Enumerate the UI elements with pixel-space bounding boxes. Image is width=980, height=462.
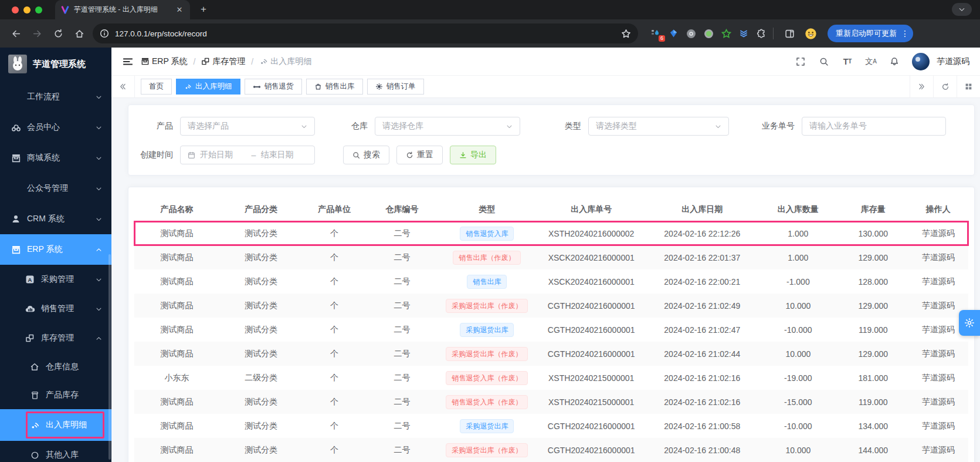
date-range-picker[interactable]: 开始日期 – 结束日期 xyxy=(180,146,315,164)
extensions-puzzle-icon[interactable] xyxy=(755,28,767,39)
user-name[interactable]: 芋道源码 xyxy=(937,56,969,67)
cell-order-no: XSCK20240216000001 xyxy=(536,269,646,294)
cell-date: 2024-02-16 21:02:16 xyxy=(646,390,758,414)
browser-toolbar: 127.0.0.1/erp/stock/record 6 xyxy=(0,19,980,48)
type-select[interactable]: 请选择类型 xyxy=(588,117,729,136)
sidebar-item-product-stock[interactable]: 产品库存 xyxy=(0,381,111,409)
browser-tab[interactable]: 芋道管理系统 - 出入库明细 ✕ xyxy=(55,0,190,19)
export-button[interactable]: 导出 xyxy=(450,146,496,164)
extension-chevrons-icon[interactable] xyxy=(738,28,750,39)
window-minimize-button[interactable] xyxy=(23,6,30,14)
sidebar-item-mp-admin[interactable]: 公众号管理 xyxy=(0,173,111,204)
extension-dark-circle-icon[interactable] xyxy=(685,28,697,39)
table-row[interactable]: 测试商品 测试分类 个 二号 销售退货入库 XSTH20240216000002… xyxy=(134,221,968,245)
sidebar-item-warehouse-info[interactable]: 仓库信息 xyxy=(0,353,111,381)
table-row[interactable]: 测试商品 测试分类 个 二号 采购退货出库（作废） CGTH2024021600… xyxy=(134,342,968,366)
cell-warehouse: 二号 xyxy=(366,366,438,390)
reload-button[interactable] xyxy=(48,23,68,43)
breadcrumb-item-stock[interactable]: 库存管理 xyxy=(201,56,245,67)
fullscreen-icon[interactable] xyxy=(795,56,806,68)
cell-order-no: CGTH20240216000001 xyxy=(536,342,646,366)
tag-sale-return[interactable]: 销售退货 xyxy=(245,79,302,95)
product-stock-icon xyxy=(29,390,40,400)
tag-sale-order[interactable]: 销售订单 xyxy=(367,79,424,95)
side-panel-icon[interactable] xyxy=(779,23,799,43)
reset-button[interactable]: 重置 xyxy=(396,146,443,164)
product-select[interactable]: 请选择产品 xyxy=(180,117,315,136)
bizno-input[interactable]: 请输入业务单号 xyxy=(802,117,946,136)
tags-scroll-right-icon[interactable] xyxy=(910,76,933,98)
cell-operator: 芋道源码 xyxy=(908,438,968,462)
layout-grid-icon[interactable] xyxy=(957,76,980,98)
user-avatar[interactable] xyxy=(912,53,930,70)
table-row[interactable]: 测试商品 测试分类 个 二号 采购退货出库 CGTH20240216000001… xyxy=(134,414,968,438)
breadcrumb-item-erp[interactable]: ERP 系统 xyxy=(141,56,187,67)
cell-category: 测试分类 xyxy=(219,245,303,269)
cell-unit: 个 xyxy=(303,414,366,438)
font-size-icon[interactable]: TT xyxy=(842,56,853,68)
locale-icon[interactable]: 文A xyxy=(865,56,877,68)
cell-date: 2024-02-16 22:00:21 xyxy=(646,269,758,294)
table-row[interactable]: 测试商品 测试分类 个 二号 销售退货入库（作废） XSTH2024021500… xyxy=(134,390,968,414)
sidebar-item-stock[interactable]: 库存管理 xyxy=(0,323,111,353)
tags-scroll-left-icon[interactable] xyxy=(111,76,135,98)
type-badge: 采购退货出库 xyxy=(460,419,514,433)
profile-avatar-emoji[interactable] xyxy=(801,23,820,43)
tag-sale-out[interactable]: 销售出库 xyxy=(306,79,363,95)
screen: 芋道管理系统 - 出入库明细 ✕ + 127.0.0.1/erp/stock/r… xyxy=(0,0,980,462)
address-bar[interactable]: 127.0.0.1/erp/stock/record xyxy=(93,23,638,43)
site-info-icon[interactable] xyxy=(100,29,109,38)
tag-stock-record[interactable]: 出入库明细 xyxy=(176,79,240,95)
cell-type: 销售退货入库 xyxy=(438,221,537,245)
sidebar-item-purchase[interactable]: A 采购管理 xyxy=(0,265,111,294)
extension-green-star-icon[interactable] xyxy=(720,28,732,39)
purchase-icon: A xyxy=(25,274,35,285)
table-row[interactable]: 测试商品 测试分类 个 二号 采购退货出库 CGTH20240216000001… xyxy=(134,318,968,342)
tags-refresh-icon[interactable] xyxy=(933,76,957,98)
sidebar-item-erp-system[interactable]: ERP 系统 xyxy=(0,234,111,265)
tab-close-icon[interactable]: ✕ xyxy=(175,5,184,15)
theme-settings-button[interactable] xyxy=(959,310,980,336)
sidebar-item-sales[interactable]: 销售管理 xyxy=(0,294,111,323)
extension-kite-icon[interactable] xyxy=(667,28,679,39)
browser-update-button[interactable]: 重新启动即可更新 ⋮ xyxy=(828,25,913,42)
cell-stock: 134.000 xyxy=(838,414,908,438)
app-header: ERP 系统 / 库存管理 / 出入库明细 xyxy=(111,48,980,76)
browser-menu-icon[interactable]: ⋮ xyxy=(900,29,910,38)
cell-warehouse: 二号 xyxy=(366,390,438,414)
table-row[interactable]: 测试商品 测试分类 个 二号 采购退货出库（作废） CGTH2024021600… xyxy=(134,438,968,462)
sidebar-item-other-in[interactable]: 其他入库 xyxy=(0,441,111,462)
forward-button[interactable] xyxy=(27,23,47,43)
bookmark-star-icon[interactable] xyxy=(621,29,631,39)
warehouse-select[interactable]: 请选择仓库 xyxy=(375,117,520,136)
cell-type: 采购退货出库 xyxy=(438,414,537,438)
tab-search-button[interactable] xyxy=(952,3,972,16)
sidebar-scrollbar[interactable] xyxy=(108,254,111,460)
table-row[interactable]: 测试商品 测试分类 个 二号 销售出库（作废） XSCK202402160000… xyxy=(134,245,968,269)
table-row[interactable]: 小东东 二级分类 个 二号 销售退货入库（作废） XSTH20240215000… xyxy=(134,366,968,390)
notification-bell-icon[interactable] xyxy=(889,56,900,68)
cell-date: 2024-02-16 21:02:16 xyxy=(646,366,758,390)
window-close-button[interactable] xyxy=(12,6,19,14)
sidebar-item-stock-record[interactable]: 出入库明细 xyxy=(0,409,111,441)
cell-qty: -10.000 xyxy=(758,414,839,438)
tag-home[interactable]: 首页 xyxy=(141,79,172,95)
extension-adblock-icon[interactable]: 6 xyxy=(650,28,662,39)
collapse-menu-icon[interactable] xyxy=(122,56,134,68)
sidebar-item-member-center[interactable]: 会员中心 xyxy=(0,112,111,143)
sidebar-item-crm-system[interactable]: CRM 系统 xyxy=(0,204,111,234)
table-row[interactable]: 测试商品 测试分类 个 二号 销售出库 XSCK20240216000001 2… xyxy=(134,269,968,294)
app-logo[interactable]: 芋道管理系统 xyxy=(0,50,111,78)
new-tab-button[interactable]: + xyxy=(196,2,211,18)
search-icon xyxy=(352,151,360,159)
home-button[interactable] xyxy=(69,23,89,43)
search-button[interactable]: 搜索 xyxy=(343,146,389,164)
url-text[interactable]: 127.0.0.1/erp/stock/record xyxy=(115,29,621,38)
sidebar-item-mall-system[interactable]: 商城系统 xyxy=(0,143,111,173)
back-button[interactable] xyxy=(6,23,26,43)
table-row[interactable]: 测试商品 测试分类 个 二号 采购退货出库（作废） CGTH2024021600… xyxy=(134,294,968,318)
sidebar-item-workflow[interactable]: 工作流程 xyxy=(0,82,111,112)
search-icon[interactable] xyxy=(818,56,830,68)
window-zoom-button[interactable] xyxy=(35,6,42,14)
extension-green-circle-icon[interactable] xyxy=(703,28,714,39)
